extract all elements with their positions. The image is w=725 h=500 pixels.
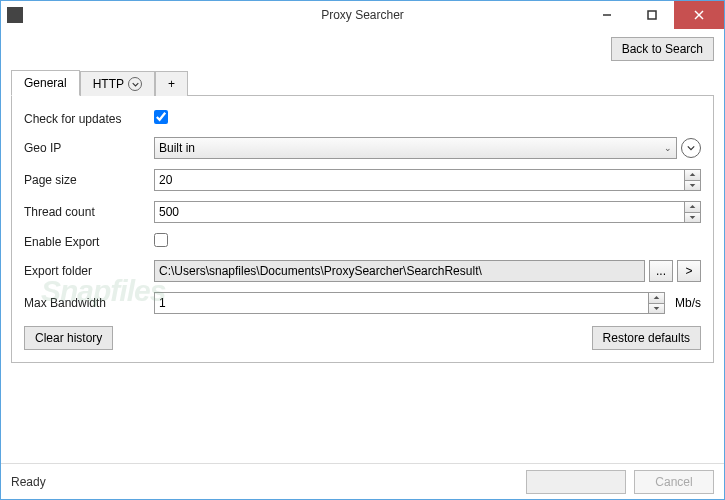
tab-add[interactable]: + (155, 71, 188, 96)
export-folder-input[interactable] (154, 260, 645, 282)
thread-count-spinner (685, 201, 701, 223)
thread-count-up[interactable] (685, 202, 700, 213)
close-icon (694, 10, 704, 20)
svg-rect-1 (648, 11, 656, 19)
tab-panel-general: Check for updates Geo IP Built in ⌄ Page… (11, 95, 714, 363)
chevron-down-icon (653, 306, 660, 311)
window-title: Proxy Searcher (321, 8, 404, 22)
content: Snapfiles Back to Search General HTTP + … (1, 29, 724, 463)
check-updates-label: Check for updates (24, 112, 144, 126)
max-bandwidth-label: Max Bandwidth (24, 296, 144, 310)
app-icon (7, 7, 23, 23)
chevron-up-icon (689, 204, 696, 209)
tab-http-dropdown[interactable] (128, 77, 142, 91)
page-size-up[interactable] (685, 170, 700, 181)
enable-export-label: Enable Export (24, 235, 144, 249)
geoip-select[interactable]: Built in ⌄ (154, 137, 677, 159)
restore-defaults-button[interactable]: Restore defaults (592, 326, 701, 350)
page-size-spinner (685, 169, 701, 191)
maximize-icon (647, 10, 657, 20)
chevron-down-icon (689, 183, 696, 188)
chevron-down-icon (687, 144, 695, 152)
enable-export-checkbox[interactable] (154, 233, 168, 247)
svg-marker-8 (654, 296, 660, 299)
tab-http-label: HTTP (93, 77, 124, 91)
svg-marker-5 (690, 184, 696, 187)
max-bandwidth-up[interactable] (649, 293, 664, 304)
minimize-button[interactable] (584, 1, 629, 29)
geoip-more-button[interactable] (681, 138, 701, 158)
status-text: Ready (11, 475, 46, 489)
close-button[interactable] (674, 1, 724, 29)
svg-marker-6 (690, 205, 696, 208)
clear-history-button[interactable]: Clear history (24, 326, 113, 350)
geoip-value: Built in (159, 141, 195, 155)
page-size-label: Page size (24, 173, 144, 187)
tab-add-label: + (168, 77, 175, 91)
maximize-button[interactable] (629, 1, 674, 29)
page-size-down[interactable] (685, 181, 700, 191)
tab-general-label: General (24, 76, 67, 90)
max-bandwidth-input[interactable] (154, 292, 649, 314)
cancel-button[interactable]: Cancel (634, 470, 714, 494)
titlebar: Proxy Searcher (1, 1, 724, 29)
status-bar: Ready Cancel (1, 463, 724, 499)
open-folder-button[interactable]: > (677, 260, 701, 282)
tabs: General HTTP + (11, 67, 714, 95)
primary-action-button[interactable] (526, 470, 626, 494)
chevron-down-icon (132, 81, 139, 88)
max-bandwidth-spinner (649, 292, 665, 314)
svg-marker-9 (654, 307, 660, 310)
geoip-label: Geo IP (24, 141, 144, 155)
dropdown-arrow-icon: ⌄ (664, 143, 672, 153)
cancel-label: Cancel (655, 475, 692, 489)
minimize-icon (602, 10, 612, 20)
thread-count-label: Thread count (24, 205, 144, 219)
page-size-input[interactable] (154, 169, 685, 191)
tab-http[interactable]: HTTP (80, 71, 155, 96)
max-bandwidth-unit: Mb/s (675, 296, 701, 310)
max-bandwidth-down[interactable] (649, 304, 664, 314)
thread-count-input[interactable] (154, 201, 685, 223)
export-folder-label: Export folder (24, 264, 144, 278)
svg-marker-7 (690, 216, 696, 219)
browse-button[interactable]: ... (649, 260, 673, 282)
svg-marker-4 (690, 173, 696, 176)
tab-general[interactable]: General (11, 70, 80, 96)
chevron-up-icon (653, 295, 660, 300)
window-buttons (584, 1, 724, 29)
check-updates-checkbox[interactable] (154, 110, 168, 124)
chevron-up-icon (689, 172, 696, 177)
chevron-down-icon (689, 215, 696, 220)
back-to-search-button[interactable]: Back to Search (611, 37, 714, 61)
thread-count-down[interactable] (685, 213, 700, 223)
